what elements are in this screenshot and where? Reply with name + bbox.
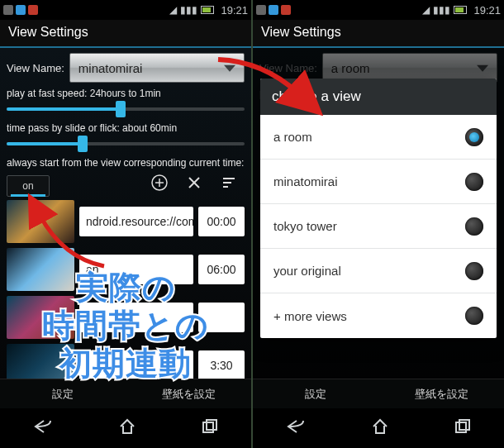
radio-icon	[465, 128, 483, 146]
battery-icon	[454, 6, 467, 14]
dialog-title: choose a view	[260, 79, 497, 115]
back-button[interactable]	[32, 418, 54, 438]
status-time: 19:21	[473, 4, 501, 17]
item-text-field[interactable]: ndroid.resource://com.y	[79, 207, 193, 236]
home-button[interactable]	[371, 417, 389, 439]
overlay-caption: 実際の 時間帯との 初期連動	[42, 269, 209, 383]
notif-icon	[256, 5, 266, 15]
notif-icon	[16, 5, 26, 15]
overlay-line-2: 時間帯との	[42, 307, 209, 343]
dialog-option[interactable]: minatomirai	[260, 160, 497, 204]
notif-icon	[28, 5, 38, 15]
svg-rect-11	[459, 420, 469, 430]
dialog-option-label: + more views	[273, 309, 347, 323]
phone-right: ◢ ▮▮▮ 19:21 View Settings View Name: a r…	[253, 0, 504, 448]
status-time: 19:21	[221, 4, 248, 17]
notif-icon	[281, 5, 291, 15]
bottom-tabs: 設定 壁紙を設定	[253, 379, 504, 408]
nav-bar	[253, 408, 504, 448]
toggle-text: on	[22, 180, 33, 192]
list-item[interactable]: ndroid.resource://com.y 00:00	[7, 200, 245, 243]
battery-icon	[201, 6, 214, 14]
thumbnail	[7, 200, 74, 243]
pass-label: time pass by slide or flick: about 60min	[7, 122, 245, 134]
radio-icon	[465, 307, 483, 325]
back-button[interactable]	[285, 418, 307, 438]
signal-icon: ▮▮▮	[180, 4, 197, 16]
pass-slider[interactable]	[7, 137, 245, 152]
bottom-tabs: 設定 壁紙を設定	[0, 379, 251, 408]
radio-icon	[465, 217, 483, 236]
dialog-option-label: tokyo tower	[273, 219, 337, 233]
overlay-line-1: 実際の	[76, 269, 176, 305]
wifi-icon: ◢	[169, 4, 177, 16]
phone-left: ◢ ▮▮▮ 19:21 View Settings View Name: min…	[0, 0, 251, 448]
viewname-spinner[interactable]: minatomirai	[69, 53, 245, 83]
svg-rect-10	[456, 422, 466, 432]
dialog-option[interactable]: tokyo tower	[260, 204, 497, 249]
recent-button[interactable]	[454, 418, 472, 438]
item-time-field[interactable]: 00:00	[198, 207, 245, 236]
nav-bar	[0, 408, 251, 448]
add-icon[interactable]	[150, 174, 169, 192]
tab-set-wallpaper[interactable]: 壁紙を設定	[126, 379, 251, 408]
svg-rect-8	[203, 422, 213, 432]
signal-icon: ▮▮▮	[433, 4, 450, 16]
dialog-option[interactable]: your original	[260, 249, 497, 293]
start-toggle[interactable]: on	[7, 175, 50, 197]
tab-settings[interactable]: 設定	[253, 379, 378, 408]
start-label: always start from the view corresponding…	[7, 157, 245, 169]
page-title: View Settings	[253, 20, 504, 48]
svg-rect-9	[207, 420, 216, 430]
notif-icon	[3, 5, 13, 15]
close-icon[interactable]	[185, 174, 203, 192]
status-bar: ◢ ▮▮▮ 19:21	[0, 0, 251, 20]
recent-button[interactable]	[201, 418, 219, 438]
status-bar: ◢ ▮▮▮ 19:21	[253, 0, 504, 20]
dialog-option-label: minatomirai	[273, 174, 338, 188]
viewname-spinner-value: minatomirai	[78, 61, 143, 75]
choose-view-dialog: choose a view a room minatomirai tokyo t…	[260, 79, 497, 338]
sort-icon[interactable]	[220, 174, 238, 192]
home-button[interactable]	[118, 417, 136, 439]
overlay-line-3: 初期連動	[59, 346, 192, 381]
radio-icon	[465, 173, 483, 191]
tab-set-wallpaper[interactable]: 壁紙を設定	[378, 379, 504, 408]
viewname-label: View Name:	[7, 62, 64, 74]
dialog-option-label: your original	[273, 264, 341, 278]
dialog-option[interactable]: + more views	[260, 293, 497, 338]
tab-settings[interactable]: 設定	[0, 379, 126, 408]
speed-slider[interactable]	[7, 102, 245, 117]
dialog-option[interactable]: a room	[260, 115, 497, 160]
notif-icon	[269, 5, 278, 15]
radio-icon	[465, 262, 483, 280]
speed-label: play at fast speed: 24hours to 1min	[7, 88, 245, 99]
wifi-icon: ◢	[422, 4, 430, 16]
dialog-option-label: a room	[273, 130, 312, 144]
page-title: View Settings	[0, 20, 251, 48]
